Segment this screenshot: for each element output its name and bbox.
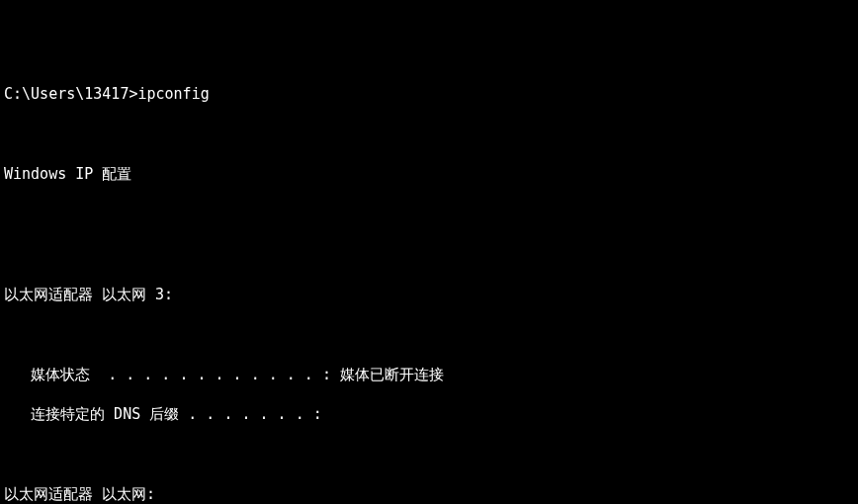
prompt-command: ipconfig [137, 85, 209, 103]
prompt-line[interactable]: C:\Users\13417>ipconfig [4, 84, 854, 104]
adapter-title: 以太网适配器 以太网 3: [4, 285, 854, 304]
blank-line [4, 125, 854, 144]
blank-line [4, 445, 854, 464]
row-value: 媒体已断开连接 [340, 366, 444, 383]
adapter-title: 以太网适配器 以太网: [4, 484, 854, 504]
prompt-path: C:\Users\13417> [4, 85, 137, 103]
blank-line [4, 205, 854, 224]
blank-line [4, 244, 854, 264]
adapter-row: 媒体状态 . . . . . . . . . . . . : 媒体已断开连接 [4, 365, 854, 384]
blank-line [4, 324, 854, 344]
output-header: Windows IP 配置 [4, 164, 854, 184]
row-label: 媒体状态 . . . . . . . . . . . . : [4, 366, 340, 383]
row-label: 连接特定的 DNS 后缀 . . . . . . . : [4, 405, 322, 423]
adapter-row: 连接特定的 DNS 后缀 . . . . . . . : [4, 404, 854, 424]
